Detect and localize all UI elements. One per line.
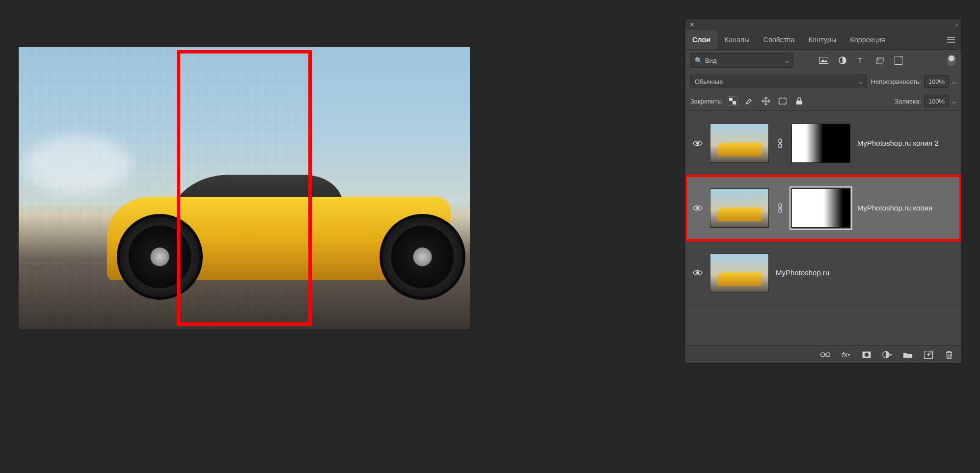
fill-label: Заливка: — [895, 98, 921, 105]
layer-thumbnail[interactable] — [710, 253, 769, 292]
canvas-area — [19, 19, 470, 454]
app-root: ✕ ‹‹ Слои Каналы Свойства Контуры Коррек… — [0, 0, 980, 473]
mask-link-icon[interactable] — [776, 203, 785, 213]
svg-rect-7 — [733, 101, 736, 105]
panel-tabs: Слои Каналы Свойства Контуры Коррекция — [685, 30, 961, 50]
lock-artboard-icon[interactable] — [778, 96, 788, 106]
new-layer-icon[interactable] — [924, 350, 933, 360]
chevron-down-icon: ⌵ — [785, 57, 789, 64]
blend-row: Обычные ⌵ Непрозрачность: 100% ⌵ — [685, 71, 961, 92]
layer-thumbnail[interactable] — [710, 124, 769, 163]
visibility-icon[interactable] — [692, 203, 703, 213]
opacity-value: 100% — [928, 78, 945, 85]
blend-mode-value: Обычные — [695, 78, 723, 85]
lock-paint-icon[interactable] — [744, 96, 754, 106]
filter-type-icon[interactable]: T — [856, 55, 866, 65]
svg-rect-9 — [796, 101, 802, 105]
opacity-label: Непрозрачность: — [871, 78, 921, 85]
layer-thumbnail[interactable] — [710, 188, 769, 228]
svg-text:T: T — [858, 56, 862, 64]
canvas-highlight-rectangle — [177, 50, 312, 326]
layers-panel: ✕ ‹‹ Слои Каналы Свойства Контуры Коррек… — [685, 19, 961, 364]
new-adjustment-icon[interactable]: ▾ — [882, 350, 892, 360]
tab-properties[interactable]: Свойства — [757, 30, 802, 49]
add-mask-icon[interactable] — [862, 350, 871, 360]
svg-point-10 — [696, 142, 699, 145]
tab-adjustments[interactable]: Коррекция — [843, 30, 892, 49]
tab-paths[interactable]: Контуры — [801, 30, 843, 49]
layer-row[interactable]: MyPhotoshop.ru — [685, 240, 961, 305]
layer-mask-thumbnail[interactable] — [791, 188, 850, 228]
lock-row: Закрепить: Заливка: 100% ⌵ — [685, 92, 961, 111]
svg-rect-4 — [876, 59, 882, 64]
chevron-down-icon: ⌵ — [859, 78, 863, 85]
filter-icons: T — [819, 55, 903, 65]
chevron-down-icon[interactable]: ⌵ — [952, 78, 956, 85]
panel-titlebar: ✕ ‹‹ — [685, 19, 961, 30]
layer-name[interactable]: MyPhotoshop.ru копия 2 — [857, 139, 939, 147]
lock-position-icon[interactable] — [761, 96, 771, 106]
new-group-icon[interactable] — [903, 350, 913, 360]
link-layers-icon[interactable] — [820, 350, 830, 360]
filter-adjustment-icon[interactable] — [838, 55, 847, 65]
layers-list: MyPhotoshop.ru копия 2 MyPhotoshop.ru ко… — [685, 111, 961, 345]
document-canvas[interactable] — [19, 47, 470, 329]
lock-label: Закрепить: — [690, 98, 723, 105]
fill-value: 100% — [928, 98, 945, 105]
layer-name[interactable]: MyPhotoshop.ru копия — [857, 204, 932, 212]
layer-row[interactable]: MyPhotoshop.ru копия 2 — [685, 111, 961, 176]
svg-point-18 — [696, 271, 699, 274]
search-icon: 🔍 — [695, 57, 703, 64]
filter-row: 🔍 Вид ⌵ T — [685, 50, 961, 71]
lock-icons — [728, 96, 804, 106]
fx-icon[interactable]: fx▾ — [841, 350, 851, 360]
svg-point-14 — [696, 207, 699, 210]
panel-footer: fx▾ ▾ — [685, 345, 961, 363]
mask-link-icon[interactable] — [776, 138, 785, 148]
tab-channels[interactable]: Каналы — [717, 30, 756, 49]
layer-row[interactable]: MyPhotoshop.ru копия — [685, 176, 961, 240]
filter-toggle[interactable] — [947, 54, 956, 66]
svg-point-23 — [865, 353, 869, 357]
canvas-wheel-front — [380, 214, 465, 300]
layer-kind-dropdown[interactable]: 🔍 Вид ⌵ — [690, 53, 793, 68]
tab-layers[interactable]: Слои — [685, 30, 717, 49]
chevron-down-icon[interactable]: ⌵ — [952, 98, 956, 105]
svg-rect-6 — [729, 98, 733, 101]
filter-shape-icon[interactable] — [875, 55, 885, 65]
filter-smartobject-icon[interactable] — [894, 55, 903, 65]
filter-pixel-icon[interactable] — [819, 55, 829, 65]
blend-mode-dropdown[interactable]: Обычные ⌵ — [690, 75, 867, 88]
visibility-icon[interactable] — [692, 138, 703, 149]
lock-transparent-icon[interactable] — [728, 96, 737, 106]
fill-input[interactable]: 100% — [924, 95, 949, 107]
svg-rect-8 — [779, 98, 786, 104]
layer-name[interactable]: MyPhotoshop.ru — [776, 268, 829, 277]
delete-layer-icon[interactable] — [944, 350, 954, 360]
layer-kind-label: Вид — [705, 57, 717, 64]
collapse-icon[interactable]: ‹‹ — [955, 22, 957, 27]
opacity-input[interactable]: 100% — [924, 75, 949, 88]
fill-group: Заливка: 100% ⌵ — [895, 95, 956, 107]
layer-mask-thumbnail[interactable] — [791, 124, 850, 163]
opacity-group: Непрозрачность: 100% ⌵ — [871, 75, 956, 88]
visibility-icon[interactable] — [692, 267, 703, 278]
svg-rect-3 — [878, 57, 884, 62]
panel-menu-icon[interactable] — [941, 37, 961, 43]
close-icon[interactable]: ✕ — [689, 21, 695, 28]
lock-all-icon[interactable] — [794, 96, 804, 106]
